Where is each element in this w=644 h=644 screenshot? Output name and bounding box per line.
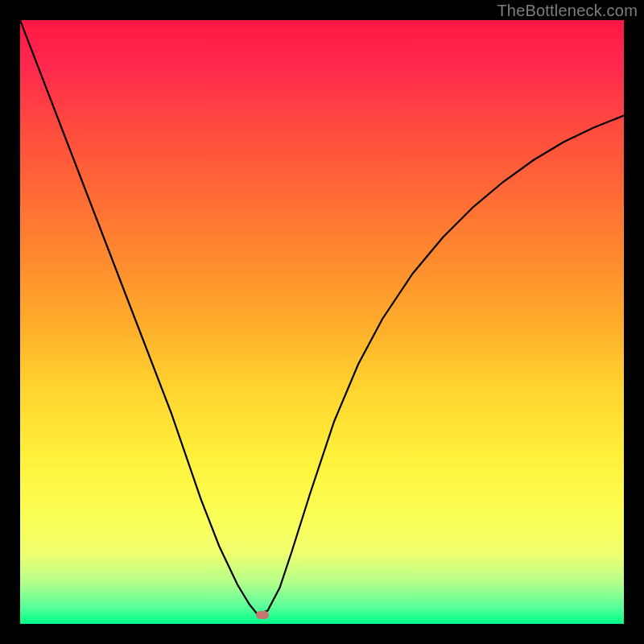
curve-svg xyxy=(20,20,624,624)
plot-area xyxy=(20,20,624,624)
bottleneck-curve xyxy=(20,20,624,614)
optimal-marker xyxy=(256,611,269,619)
watermark-text: TheBottleneck.com xyxy=(497,2,638,20)
chart-frame: TheBottleneck.com xyxy=(0,0,644,644)
